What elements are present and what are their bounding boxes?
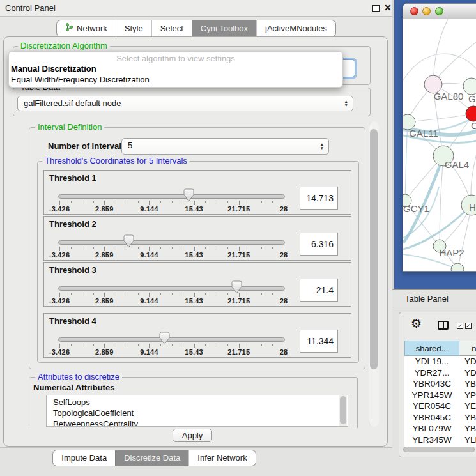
checkboxes-icon[interactable]: ✓ ✓ xyxy=(457,323,472,329)
attribute-item-topologicalcoefficient[interactable]: TopologicalCoefficient xyxy=(53,408,348,418)
table-row[interactable]: YBR043CYBR0 xyxy=(404,378,476,390)
algorithm-option-equal-width-frequency-discretization[interactable]: Equal Width/Frequency Discretization xyxy=(11,75,150,84)
numerical-attributes-list[interactable]: SelfLoopsTopologicalCoefficientBetweenne… xyxy=(46,395,348,427)
attribute-item-betweennesscentrality[interactable]: BetweennessCentrality xyxy=(53,418,348,427)
tab-cyni-toolbox[interactable]: Cyni Toolbox xyxy=(192,20,256,37)
tab-jactivemnodules[interactable]: jActiveMNodules xyxy=(256,20,336,37)
algorithm-option-manual-discretization[interactable]: Manual Discretization xyxy=(11,64,96,73)
table-cell: YBR0 xyxy=(459,378,476,390)
number-of-intervals-combobox[interactable]: 5 ▲▼ xyxy=(121,138,329,155)
slider-track[interactable] xyxy=(58,286,285,291)
network-canvas[interactable]: GAL80GACGAL11GAL4GCY1HHAP2 xyxy=(403,19,476,272)
slider-tick xyxy=(205,293,206,295)
slider-thumb[interactable] xyxy=(159,332,170,347)
slider-thumb[interactable] xyxy=(123,234,134,250)
tab-impute-data[interactable]: Impute Data xyxy=(52,450,115,466)
slider-tick xyxy=(104,344,105,348)
slider-tick xyxy=(284,247,284,251)
slider-tick-label: 28 xyxy=(280,251,288,259)
table-row[interactable]: YER054CYER0 xyxy=(404,401,476,412)
slider-tick xyxy=(71,344,72,346)
slider-tick xyxy=(116,344,116,346)
slider-track[interactable] xyxy=(58,240,285,245)
node-bottom-node[interactable] xyxy=(451,263,464,272)
node-red-node[interactable] xyxy=(466,106,476,121)
slider-tick xyxy=(250,293,250,295)
table-panel-card: ⚙ ✓ ✓ shared...na YDL19...YDL1YDR27...YD… xyxy=(399,312,476,457)
table-hscrollbar-thumb[interactable] xyxy=(403,447,475,452)
close-icon[interactable]: ✕ xyxy=(384,3,392,13)
checkbox-icon: ✓ xyxy=(457,323,463,329)
slider-tick xyxy=(149,247,150,251)
checkbox-icon: ✓ xyxy=(465,323,472,329)
table-row[interactable]: YDL19...YDL1 xyxy=(404,356,476,367)
slider-tick xyxy=(59,201,60,205)
tab-infer-network[interactable]: Infer Network xyxy=(188,450,256,466)
table-row[interactable]: YLR345WYLR3 xyxy=(404,434,476,446)
settings-scrollbar-thumb[interactable] xyxy=(370,129,378,369)
attribute-item-selfloops[interactable]: SelfLoops xyxy=(53,397,348,408)
node-gal-right[interactable] xyxy=(463,78,476,95)
slider-tick xyxy=(272,344,273,346)
table-row[interactable]: YPR145WYPR1 xyxy=(404,390,476,401)
slider-tick xyxy=(205,247,206,249)
slider-tick xyxy=(183,247,183,249)
thresholds-title: Threshold's Coordinates for 5 Intervals xyxy=(42,157,190,165)
threshold-value-input[interactable]: 6.316 xyxy=(300,233,338,256)
algorithm-hint: Select algorithm to view settings xyxy=(9,54,342,63)
threshold-value-input[interactable]: 14.713 xyxy=(300,187,338,210)
tab-select[interactable]: Select xyxy=(151,20,192,37)
table-row[interactable]: YDR27...YDR2 xyxy=(404,367,476,379)
bottom-tab-bar: Impute DataDiscretize DataInfer Network xyxy=(0,450,309,466)
slider-tick xyxy=(93,201,94,203)
float-window-icon[interactable] xyxy=(372,5,380,12)
slider-tick xyxy=(194,293,195,297)
close-traffic-light-icon[interactable] xyxy=(410,7,418,15)
tab-discretize-data[interactable]: Discretize Data xyxy=(115,450,188,466)
slider-tick xyxy=(227,201,228,203)
slider-tick xyxy=(261,293,262,295)
slider-tick xyxy=(284,293,284,297)
table-panel-titlebar: Table Panel xyxy=(392,289,476,307)
number-of-intervals-label: Number of Intervals xyxy=(48,141,126,151)
column-header-shared-name[interactable]: shared... xyxy=(404,341,459,356)
gear-icon[interactable]: ⚙ xyxy=(411,316,422,331)
network-view-window: GAL80GACGAL11GAL4GCY1HHAP2 xyxy=(403,3,476,272)
slider-tick-label: -3.426 xyxy=(49,251,70,259)
table-cell: YER054C xyxy=(404,401,459,412)
zoom-traffic-light-icon[interactable] xyxy=(435,7,443,15)
tab-style[interactable]: Style xyxy=(116,20,151,37)
column-split-icon[interactable] xyxy=(438,321,449,330)
table-cell: YDL1 xyxy=(459,356,476,367)
slider-tick-label: 21.715 xyxy=(227,348,250,356)
threshold-value-input[interactable]: 11.344 xyxy=(300,330,338,353)
threshold-value-input[interactable]: 21.4 xyxy=(300,279,338,302)
slider-tick xyxy=(250,247,250,249)
slider-tick-label: 2.859 xyxy=(95,348,114,356)
tab-network[interactable]: Network xyxy=(56,20,116,37)
slider-track[interactable] xyxy=(58,337,285,342)
slider-track[interactable] xyxy=(58,194,285,199)
slider-tick xyxy=(127,293,127,295)
network-window-titlebar[interactable] xyxy=(403,4,476,19)
tab-label: Select xyxy=(160,24,183,33)
node-label-hap2: HAP2 xyxy=(439,247,464,258)
threshold-label: Threshold 4 xyxy=(49,316,96,326)
slider-thumb[interactable] xyxy=(183,188,194,204)
table-cell: YPR1 xyxy=(459,390,476,401)
table-data-combobox[interactable]: galFiltered.sif default node ▲▼ xyxy=(17,96,353,111)
slider-tick xyxy=(261,201,262,203)
spinner-arrows-icon: ▲▼ xyxy=(344,100,348,107)
column-header-name[interactable]: na xyxy=(459,341,476,356)
slider-tick xyxy=(82,344,82,346)
threshold-label: Threshold 1 xyxy=(49,173,96,183)
spinner-arrows-icon: ▲▼ xyxy=(320,142,324,150)
slider-thumb[interactable] xyxy=(231,280,242,296)
apply-button[interactable]: Apply xyxy=(173,429,212,442)
attributes-scrollbar-thumb[interactable] xyxy=(340,396,346,424)
minimize-traffic-light-icon[interactable] xyxy=(422,7,431,15)
table-row[interactable]: YBR045CYBR0 xyxy=(404,412,476,424)
slider-tick-label: 2.859 xyxy=(95,297,114,305)
slider-tick xyxy=(172,247,173,249)
table-row[interactable]: YBL079WYBL0 xyxy=(404,423,476,434)
